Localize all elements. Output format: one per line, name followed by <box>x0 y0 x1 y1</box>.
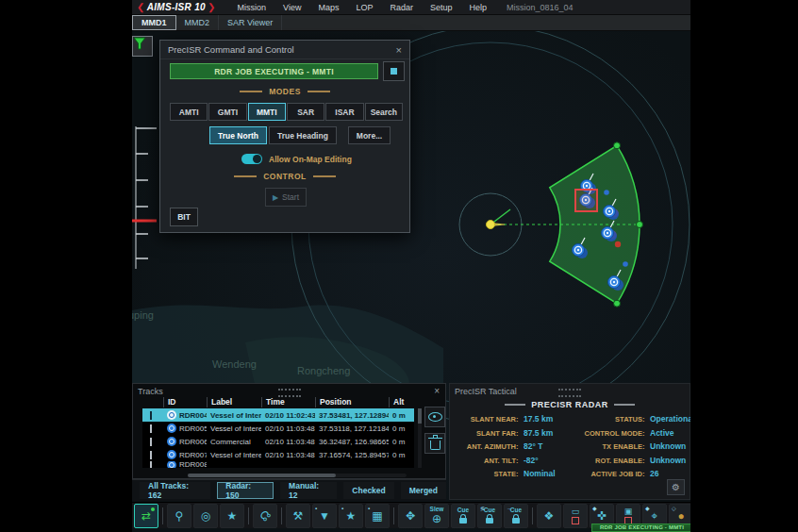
image-mark-button[interactable]: ▭ <box>563 504 588 528</box>
target-rings-icon: ◎ <box>201 510 210 522</box>
track-filter-button[interactable]: Manual: 12 <box>280 482 337 499</box>
sensor-pod-button[interactable]: ⚲ <box>167 504 191 528</box>
allow-on-map-editing-toggle[interactable] <box>241 154 262 164</box>
orientation-button[interactable]: More... <box>348 126 391 144</box>
add-filter-button[interactable]: ▪▼ <box>312 504 337 528</box>
row-checkbox[interactable] <box>150 424 152 433</box>
track-filter-button[interactable]: Checked <box>343 482 393 499</box>
job-progress-bar: RDR JOB EXECUTING - MMTI <box>591 524 690 532</box>
sector-handle[interactable] <box>614 300 621 307</box>
mode-button[interactable]: MMTI <box>248 103 286 121</box>
menu-item[interactable]: View <box>274 3 309 12</box>
slew-button[interactable]: Slew⊕ <box>424 504 449 528</box>
sector-handle[interactable] <box>614 142 621 149</box>
dialog-title-bar[interactable]: PrecISR Command and Control × <box>160 41 409 59</box>
sensor-pod-icon: ⚲ <box>175 510 184 522</box>
track-label: Vessel of Interest <box>207 411 261 420</box>
table-row[interactable]: RDR008 <box>142 461 414 468</box>
red-dot-contact[interactable] <box>615 241 621 247</box>
mode-button[interactable]: ISAR <box>325 103 363 121</box>
mode-button[interactable]: GMTI <box>208 103 246 121</box>
show-track-button[interactable] <box>424 407 445 427</box>
table-row[interactable]: RDR007 Vessel of Interest 02/10 11:03:48… <box>142 448 414 461</box>
menu-item[interactable]: Help <box>461 3 496 12</box>
column-header-alt[interactable]: Alt <box>389 397 414 407</box>
map-filter-button[interactable] <box>132 36 153 57</box>
menu-item[interactable]: LOP <box>347 3 381 12</box>
column-header-id[interactable]: ID <box>163 397 207 407</box>
drag-handle-icon[interactable] <box>558 389 581 397</box>
orientation-button[interactable]: True North <box>209 126 267 144</box>
table-row[interactable]: RDR004 Vessel of Interest 02/10 11:02:43… <box>142 408 414 422</box>
cue-next-button[interactable]: →Cue <box>504 504 528 528</box>
toolbar-separator <box>393 507 394 524</box>
radar-job-toggle-button[interactable]: ⇄ <box>134 504 158 528</box>
start-button[interactable]: ▶ Start <box>265 188 307 207</box>
mode-button[interactable]: Search <box>365 103 403 121</box>
toolbar-separator <box>281 507 282 524</box>
column-header-label[interactable]: Label <box>207 397 261 407</box>
pan-mode-button[interactable]: ✥ <box>398 504 423 528</box>
horizontal-scrollbar[interactable] <box>188 474 407 477</box>
row-checkbox[interactable] <box>150 451 152 459</box>
tracks-table-header: ID Label Time Position Alt <box>142 396 414 408</box>
bit-button[interactable]: BIT <box>170 208 198 226</box>
cue-auto-button[interactable]: ≶Cue <box>477 504 502 528</box>
orientation-button[interactable]: True Heading <box>269 126 337 144</box>
delete-track-button[interactable] <box>424 433 445 454</box>
mmd-tab-bar: MMD1MMD2SAR Viewer <box>132 15 690 31</box>
column-header-position[interactable]: Position <box>315 397 389 407</box>
ownship-symbol[interactable] <box>487 209 511 229</box>
menu-item[interactable]: Maps <box>309 3 347 12</box>
star-mark-button[interactable]: ★ <box>220 504 244 528</box>
track-filter-button[interactable]: Merged <box>401 482 446 499</box>
menu-item[interactable]: Setup <box>422 3 461 12</box>
field-label: CONTROL MODE <box>571 429 642 438</box>
tactical-field: ANT. TILT: -82° <box>454 456 567 465</box>
column-header-time[interactable]: Time <box>261 397 315 407</box>
row-checkbox[interactable] <box>150 411 152 420</box>
sector-handle[interactable] <box>637 222 643 228</box>
mark-crosshair-button[interactable]: ❖ <box>537 504 561 528</box>
eye-icon <box>428 412 442 422</box>
selected-track-box[interactable] <box>575 190 597 211</box>
row-checkbox[interactable] <box>150 461 152 468</box>
track-position: 36.32487, 126.98665 <box>315 438 389 446</box>
radar-dish-button[interactable]: ☊ <box>253 504 277 528</box>
close-icon[interactable]: × <box>396 44 402 56</box>
table-row[interactable]: RDR006 Commercial 02/10 11:03:48 36.3248… <box>142 435 414 448</box>
mode-button[interactable]: AMTI <box>170 103 208 121</box>
funnel-filter-icon <box>133 37 146 50</box>
mmd-tab[interactable]: MMD2 <box>176 15 220 30</box>
close-icon[interactable]: × <box>434 386 440 396</box>
mode-button[interactable]: SAR <box>287 103 324 121</box>
menu-item[interactable]: Mission <box>229 3 275 12</box>
mmd-tab[interactable]: SAR Viewer <box>219 15 282 30</box>
equipment-config-button[interactable]: ⚒ <box>286 504 310 528</box>
target-rings-button[interactable]: ◎ <box>193 504 218 528</box>
on-map-editing-row: Allow On-Map Editing <box>241 154 352 164</box>
mission-name-label: Mission_0816_04 <box>507 3 574 12</box>
blue-dot-contact[interactable] <box>604 190 609 195</box>
field-label: SLANT FAR <box>454 429 516 438</box>
track-filter-button[interactable]: All Tracks: 162 <box>140 482 210 499</box>
add-image-button[interactable]: ▪▦ <box>365 504 390 528</box>
row-checkbox[interactable] <box>150 438 152 446</box>
add-star-button[interactable]: ▪★ <box>339 504 363 528</box>
stop-job-button[interactable] <box>383 61 405 81</box>
field-label: ACTIVE JOB ID <box>571 470 642 478</box>
vertical-scrollbar[interactable] <box>418 408 422 468</box>
badge-icon: ◇ <box>672 506 676 511</box>
tactical-settings-button[interactable]: ⚙ <box>667 479 685 495</box>
cue-lock-button[interactable]: Cue <box>451 504 475 528</box>
track-symbol[interactable] <box>575 188 597 211</box>
menu-item[interactable]: Radar <box>381 3 422 12</box>
blue-dot-contact[interactable] <box>623 261 628 267</box>
track-filter-button[interactable]: Radar: 150 <box>217 482 274 499</box>
table-row[interactable]: RDR005 Vessel of Interest 02/10 11:03:48… <box>142 422 414 435</box>
mmd-tab[interactable]: MMD1 <box>132 15 176 30</box>
circle-diamond-icon: ● <box>677 510 684 522</box>
track-label: Vessel of Interest <box>207 424 261 433</box>
control-section-header: CONTROL <box>160 172 409 181</box>
badge-icon: ▪ <box>341 506 343 511</box>
